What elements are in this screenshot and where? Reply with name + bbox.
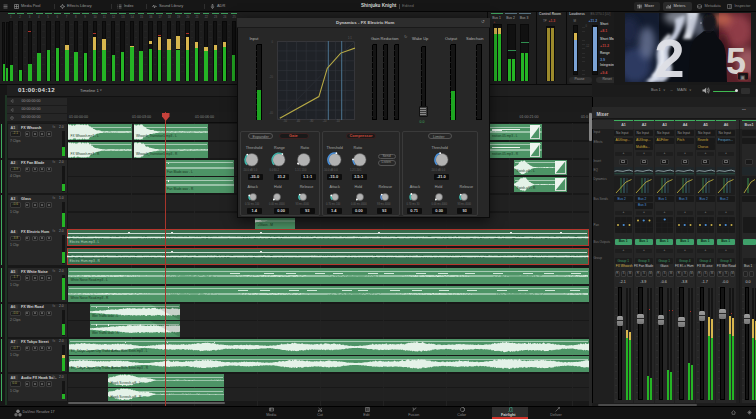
svg-text:▣: ▣ [740,74,745,80]
svg-text:2: 2 [655,28,685,82]
